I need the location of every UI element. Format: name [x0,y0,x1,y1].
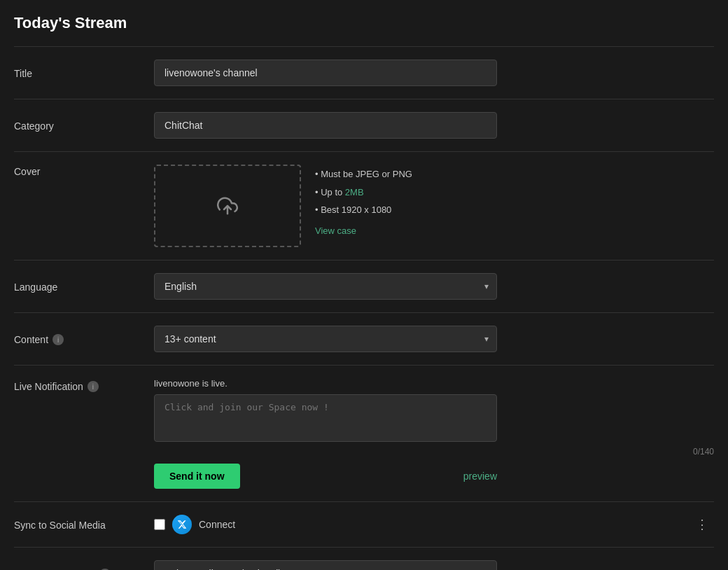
language-select[interactable]: English Spanish French [154,273,497,300]
language-select-wrapper: English Spanish French ▾ [154,273,497,300]
notification-info-icon[interactable]: i [88,381,99,392]
title-row: Title [14,47,714,99]
cover-label: Cover [14,165,154,177]
vibetags-label: Trending VibeTags i [14,567,154,570]
category-field-col [154,112,714,139]
live-notification-label: Live Notification i [14,378,154,392]
notification-field-col: livenowone is live. 0/140 Send it now pr… [154,378,714,489]
category-input[interactable] [154,112,497,139]
page-title: Today's Stream [14,14,714,32]
connect-text: Connect [199,519,235,530]
form-section: Title Category Cover [14,46,714,570]
category-label: Category [14,119,154,132]
cover-row: Cover • Must be JPEG or PNG • Up to 2MB [14,152,714,260]
title-field-col [154,60,714,86]
more-options-icon[interactable]: ⋮ [690,517,714,532]
sync-left: Connect [154,515,235,534]
sync-label: Sync to Social Media [14,518,154,531]
content-info-icon[interactable]: i [52,334,64,345]
cover-upload-area[interactable] [154,165,301,247]
content-field-col: 13+ content 18+ content All ages ▾ [154,326,714,352]
cover-instructions: • Must be JPEG or PNG • Up to 2MB • Best… [315,165,412,236]
page-container: Today's Stream Title Category Cover [0,0,728,570]
send-preview-row: Send it now preview [154,464,497,489]
content-select-wrapper: 13+ content 18+ content All ages ▾ [154,326,497,352]
sync-row: Sync to Social Media Connect ⋮ [14,502,714,548]
cover-hint-format: • Must be JPEG or PNG [315,167,412,181]
title-label: Title [14,67,154,79]
notification-footer: 0/140 [154,447,714,457]
notification-textarea[interactable] [154,394,497,442]
notification-header: livenowone is live. [154,378,714,389]
content-select[interactable]: 13+ content 18+ content All ages [154,326,497,352]
cover-hint-size: • Up to 2MB [315,186,412,200]
send-now-button[interactable]: Send it now [154,464,240,489]
live-notification-row: Live Notification i livenowone is live. … [14,366,714,502]
vibetags-field-col: Select a VibeTag (optional) ▾ [154,560,714,570]
sync-checkbox[interactable] [154,519,165,530]
vibetags-select-wrapper: Select a VibeTag (optional) ▾ [154,560,497,570]
cover-hint-res: • Best 1920 x 1080 [315,203,412,217]
language-label: Language [14,280,154,293]
cover-size-green: 2MB [345,187,364,197]
twitter-icon [172,515,192,534]
view-case-link[interactable]: View case [315,225,412,236]
vibetags-select[interactable]: Select a VibeTag (optional) [154,560,497,570]
language-field-col: English Spanish French ▾ [154,273,714,300]
upload-icon [217,195,238,216]
textarea-wrapper: 0/140 [154,394,714,457]
cover-field-col: • Must be JPEG or PNG • Up to 2MB • Best… [154,165,714,247]
sync-field-col: Connect ⋮ [154,515,714,534]
content-row: Content i 13+ content 18+ content All ag… [14,313,714,366]
title-input[interactable] [154,60,497,86]
category-row: Category [14,99,714,152]
content-label: Content i [14,333,154,345]
language-row: Language English Spanish French ▾ [14,260,714,313]
preview-link[interactable]: preview [463,471,497,482]
vibetags-row: Trending VibeTags i Select a VibeTag (op… [14,548,714,570]
char-count: 0/140 [693,447,714,457]
